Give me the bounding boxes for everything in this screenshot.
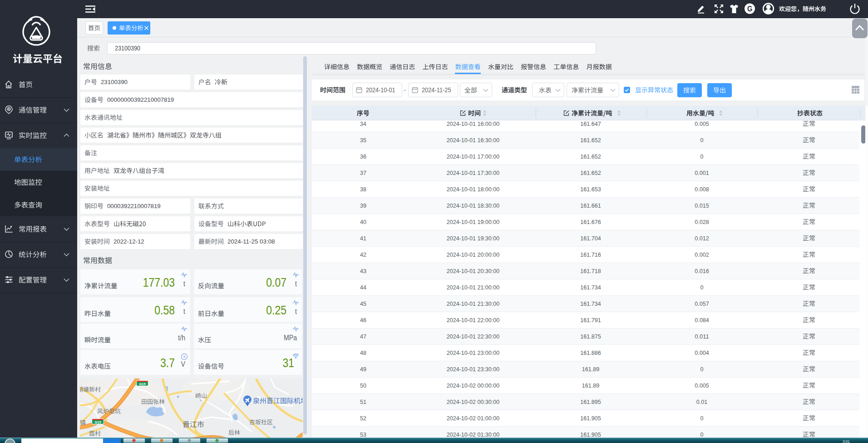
svg-text:0000392210007819: 0000392210007819 [107, 203, 161, 209]
svg-text:0: 0 [700, 137, 704, 144]
svg-text:39: 39 [360, 202, 366, 209]
svg-text:0: 0 [700, 153, 704, 160]
svg-text:0.005: 0.005 [695, 120, 709, 127]
svg-text:2024-10-02 01:00:00: 2024-10-02 01:00:00 [447, 415, 500, 422]
svg-text:161.652: 161.652 [580, 169, 601, 176]
svg-text:161.791: 161.791 [580, 317, 601, 324]
svg-text:2024-10-01 20:00:00: 2024-10-01 20:00:00 [447, 251, 500, 258]
svg-text:0.58: 0.58 [154, 303, 175, 317]
svg-text:V: V [181, 360, 186, 368]
svg-text:-: - [404, 86, 405, 94]
svg-text:161.704: 161.704 [580, 235, 601, 242]
svg-text:41: 41 [360, 235, 366, 242]
svg-text:0.01: 0.01 [696, 398, 707, 405]
svg-text:40: 40 [360, 219, 366, 225]
svg-text:2024-10-01 23:30:00: 2024-10-01 23:30:00 [447, 366, 500, 373]
svg-text:48: 48 [360, 349, 366, 356]
svg-text:2024-10-02 00:00:00: 2024-10-02 00:00:00 [447, 382, 500, 389]
svg-text:t: t [183, 308, 185, 315]
svg-text:2024-10-01 22:00:00: 2024-10-01 22:00:00 [447, 317, 500, 324]
svg-text:23100390: 23100390 [115, 45, 140, 52]
svg-text:161.905: 161.905 [580, 431, 601, 438]
svg-text:53: 53 [360, 431, 366, 438]
svg-text:0: 0 [700, 284, 704, 291]
svg-text:2024-10-01 16:30:00: 2024-10-01 16:30:00 [447, 137, 500, 144]
svg-text:0.002: 0.002 [695, 251, 709, 258]
svg-text:42: 42 [360, 251, 366, 258]
svg-text:161.652: 161.652 [580, 137, 601, 144]
svg-text:00000000392210007819: 00000000392210007819 [107, 96, 174, 103]
svg-text:0.25: 0.25 [266, 303, 286, 317]
svg-text:0.005: 0.005 [695, 382, 709, 389]
svg-text:2024-10-01 21:30:00: 2024-10-01 21:30:00 [447, 300, 500, 307]
svg-text:G: G [747, 5, 752, 13]
svg-text:0.016: 0.016 [695, 268, 709, 274]
svg-text:2024-11-25: 2024-11-25 [422, 86, 451, 94]
svg-text:2024-10-01 18:30:00: 2024-10-01 18:30:00 [447, 202, 500, 209]
svg-text:2024-10-01 16:00:00: 2024-10-01 16:00:00 [447, 120, 500, 127]
svg-text:0.008: 0.008 [695, 186, 709, 193]
svg-text:161.653: 161.653 [580, 186, 601, 193]
svg-text:37: 37 [360, 169, 366, 176]
svg-text:161.676: 161.676 [580, 219, 601, 225]
svg-text:2024-10-01 19:00:00: 2024-10-01 19:00:00 [447, 219, 500, 225]
svg-text:51: 51 [360, 398, 366, 405]
svg-text:36: 36 [360, 153, 366, 160]
svg-text:0.084: 0.084 [695, 317, 709, 324]
svg-text:52: 52 [360, 415, 366, 422]
svg-text:t/h: t/h [178, 334, 185, 342]
svg-text:31: 31 [283, 356, 295, 370]
svg-text:49: 49 [360, 366, 366, 373]
svg-text:2024-10-01 17:00:00: 2024-10-01 17:00:00 [447, 153, 500, 160]
svg-text:161.886: 161.886 [580, 349, 601, 356]
svg-text:161.716: 161.716 [580, 251, 601, 258]
svg-text:47: 47 [360, 333, 366, 340]
svg-text:23100390: 23100390 [101, 79, 128, 85]
svg-text:161.895: 161.895 [580, 398, 601, 405]
svg-text:0.07: 0.07 [266, 275, 286, 289]
svg-text:2024-10-01 23:00:00: 2024-10-01 23:00:00 [447, 349, 500, 356]
svg-text:35: 35 [360, 137, 366, 144]
svg-text:0: 0 [700, 415, 704, 422]
svg-text:0.011: 0.011 [695, 333, 709, 340]
svg-text:177.03: 177.03 [143, 275, 175, 289]
svg-text:G15: G15 [94, 420, 101, 424]
svg-text:2024-10-01 22:30:00: 2024-10-01 22:30:00 [447, 333, 500, 340]
svg-text:0.012: 0.012 [695, 235, 709, 242]
svg-text:2024-10-02 01:30:00: 2024-10-02 01:30:00 [447, 431, 500, 438]
svg-text:161.734: 161.734 [580, 300, 601, 307]
svg-text:2024-10-01 17:30:00: 2024-10-01 17:30:00 [447, 169, 500, 176]
svg-text:46: 46 [360, 317, 366, 324]
svg-text:2024-10-01 19:30:00: 2024-10-01 19:30:00 [447, 235, 500, 242]
svg-text:0.057: 0.057 [695, 300, 709, 307]
svg-text:161.875: 161.875 [580, 333, 601, 340]
svg-text:161.89: 161.89 [582, 382, 599, 389]
svg-text:34: 34 [360, 120, 366, 127]
svg-text:2024-10-02 00:30:00: 2024-10-02 00:30:00 [447, 398, 500, 405]
svg-text:0.028: 0.028 [695, 219, 709, 225]
svg-text:38: 38 [360, 186, 366, 193]
svg-text:2024-10-01 21:00:00: 2024-10-01 21:00:00 [447, 284, 500, 291]
svg-text:0.015: 0.015 [695, 202, 709, 209]
svg-text:161.652: 161.652 [580, 153, 601, 160]
svg-text:2022-12-12: 2022-12-12 [113, 238, 144, 245]
svg-text:161.718: 161.718 [580, 268, 601, 274]
svg-text:45: 45 [360, 300, 366, 307]
svg-text:G15: G15 [139, 382, 145, 386]
svg-text:161.89: 161.89 [582, 366, 599, 373]
svg-text:t: t [295, 280, 297, 288]
svg-text:3:01: 3:01 [843, 439, 850, 443]
svg-text:2024-10-01 20:30:00: 2024-10-01 20:30:00 [447, 268, 500, 274]
svg-text:161.647: 161.647 [580, 120, 601, 127]
svg-text:2024-11-25 03:08: 2024-11-25 03:08 [227, 238, 275, 245]
svg-text:161.905: 161.905 [580, 415, 601, 422]
svg-text:43: 43 [360, 268, 366, 274]
svg-text:50: 50 [360, 382, 366, 389]
svg-text:2024-10-01 18:00:00: 2024-10-01 18:00:00 [447, 186, 500, 193]
svg-text:t: t [183, 280, 185, 288]
svg-text:44: 44 [360, 284, 366, 291]
svg-text:3.7: 3.7 [160, 356, 175, 370]
svg-text:161.661: 161.661 [580, 202, 601, 209]
svg-text:t: t [295, 308, 297, 315]
svg-text:0: 0 [700, 366, 704, 373]
